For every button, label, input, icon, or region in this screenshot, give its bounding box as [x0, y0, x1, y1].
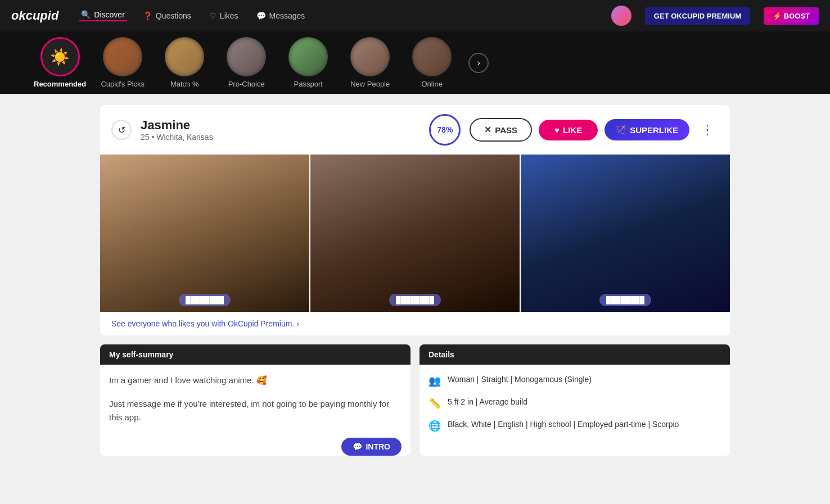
self-summary-body: Im a gamer and I love watching anime. 🥰 …	[100, 365, 411, 440]
detail-row-height: 📏 5 ft 2 in | Average build	[428, 396, 721, 410]
height-icon: 📏	[428, 397, 441, 410]
height-detail: 5 ft 2 in | Average build	[448, 396, 527, 408]
profile-card: ↺ Jasmine 25 • Wichita, Kansas 78% ✕ PAS…	[100, 105, 730, 335]
detail-row-gender: 👥 Woman | Straight | Monogamous (Single)	[428, 374, 721, 387]
summary-text-1: Im a gamer and I love watching anime. 🥰	[109, 374, 402, 387]
gender-detail: Woman | Straight | Monogamous (Single)	[448, 374, 592, 385]
globe-icon: 🌐	[428, 420, 441, 432]
photo-3-badge: ████████	[599, 294, 651, 306]
online-icon	[412, 37, 452, 76]
discover-recommended[interactable]: ☀️ Recommended	[34, 37, 86, 88]
passport-icon	[288, 37, 328, 76]
self-summary-header: My self-summary	[100, 344, 411, 365]
recommended-icon: ☀️	[40, 37, 80, 76]
discover-cupids-picks[interactable]: Cupid's Picks	[97, 37, 148, 88]
passport-label: Passport	[294, 80, 323, 88]
photo-2-badge: ████████	[389, 294, 441, 306]
discover-match[interactable]: Match %	[159, 37, 210, 88]
user-avatar[interactable]	[611, 6, 631, 26]
photo-2[interactable]: ████████	[310, 155, 520, 312]
bottom-grid: My self-summary Im a gamer and I love wa…	[100, 344, 730, 456]
details-header: Details	[419, 344, 730, 365]
superlike-button[interactable]: 🏹 SUPERLIKE	[605, 119, 689, 140]
messages-icon: 💬	[256, 11, 266, 20]
pass-button[interactable]: ✕ PASS	[470, 118, 532, 142]
photo-1[interactable]: ████████	[100, 155, 309, 312]
questions-icon: ❓	[143, 11, 152, 20]
likes-icon: ♡	[209, 11, 216, 20]
profile-header: ↺ Jasmine 25 • Wichita, Kansas 78% ✕ PAS…	[100, 105, 730, 155]
premium-link-bar: See everyone who likes you with OkCupid …	[100, 312, 730, 335]
message-icon: 💬	[353, 442, 362, 451]
detail-row-ethnicity: 🌐 Black, White | English | High school |…	[428, 419, 721, 432]
premium-button[interactable]: GET OKCUPID PREMIUM	[645, 7, 750, 25]
nav-likes[interactable]: ♡ Likes	[207, 11, 241, 20]
more-options-button[interactable]: ⋮	[696, 120, 719, 140]
gender-icon: 👥	[428, 375, 441, 387]
boost-button[interactable]: ⚡ BOOST	[764, 7, 819, 25]
pro-choice-icon	[227, 37, 266, 76]
undo-button[interactable]: ↺	[111, 120, 132, 140]
profile-name: Jasmine	[141, 118, 420, 133]
nav-discover[interactable]: 🔍 Discover	[79, 10, 127, 21]
self-summary-card: My self-summary Im a gamer and I love wa…	[100, 344, 411, 456]
intro-button[interactable]: 💬 INTRO	[341, 438, 402, 456]
photos-grid: ████████ ████████ ████████	[100, 155, 730, 312]
profile-age-location: 25 • Wichita, Kansas	[141, 133, 420, 142]
new-people-label: New People	[350, 80, 390, 88]
main-content: ↺ Jasmine 25 • Wichita, Kansas 78% ✕ PAS…	[78, 94, 752, 467]
discover-bar: ☀️ Recommended Cupid's Picks Match % Pro…	[0, 31, 830, 94]
discover-online[interactable]: Online	[407, 37, 457, 88]
match-label: Match %	[170, 80, 199, 88]
superlike-icon: 🏹	[616, 125, 626, 135]
discover-icon: 🔍	[81, 10, 91, 19]
heart-icon: ♥	[554, 125, 560, 135]
action-buttons: ✕ PASS ♥ LIKE 🏹 SUPERLIKE ⋮	[470, 118, 719, 142]
like-button[interactable]: ♥ LIKE	[539, 120, 598, 140]
nav-questions[interactable]: ❓ Questions	[141, 11, 193, 20]
profile-name-info: Jasmine 25 • Wichita, Kansas	[141, 118, 420, 142]
cupids-picks-label: Cupid's Picks	[101, 80, 145, 88]
photo-1-badge: ████████	[179, 294, 231, 306]
cupids-picks-icon	[103, 37, 142, 76]
discover-passport[interactable]: Passport	[283, 37, 333, 88]
summary-text-2: Just message me if you're interested, im…	[109, 397, 402, 424]
recommended-label: Recommended	[34, 80, 86, 88]
ethnicity-detail: Black, White | English | High school | E…	[448, 419, 679, 430]
premium-link[interactable]: See everyone who likes you with OkCupid …	[111, 319, 299, 328]
discover-new-people[interactable]: New People	[345, 37, 395, 88]
pro-choice-label: Pro-Choice	[228, 80, 265, 88]
new-people-icon	[350, 37, 390, 76]
details-body: 👥 Woman | Straight | Monogamous (Single)…	[419, 365, 730, 450]
nav-messages[interactable]: 💬 Messages	[254, 11, 308, 20]
match-icon	[165, 37, 204, 76]
navigation: okcupid 🔍 Discover ❓ Questions ♡ Likes 💬…	[0, 0, 830, 31]
logo: okcupid	[11, 8, 58, 23]
match-percentage-circle: 78%	[429, 114, 461, 146]
discover-next-button[interactable]: ›	[468, 53, 489, 73]
discover-pro-choice[interactable]: Pro-Choice	[221, 37, 272, 88]
x-icon: ✕	[484, 125, 491, 135]
photo-3[interactable]: ████████	[521, 155, 730, 312]
details-card: Details 👥 Woman | Straight | Monogamous …	[419, 344, 730, 456]
online-label: Online	[421, 80, 443, 88]
